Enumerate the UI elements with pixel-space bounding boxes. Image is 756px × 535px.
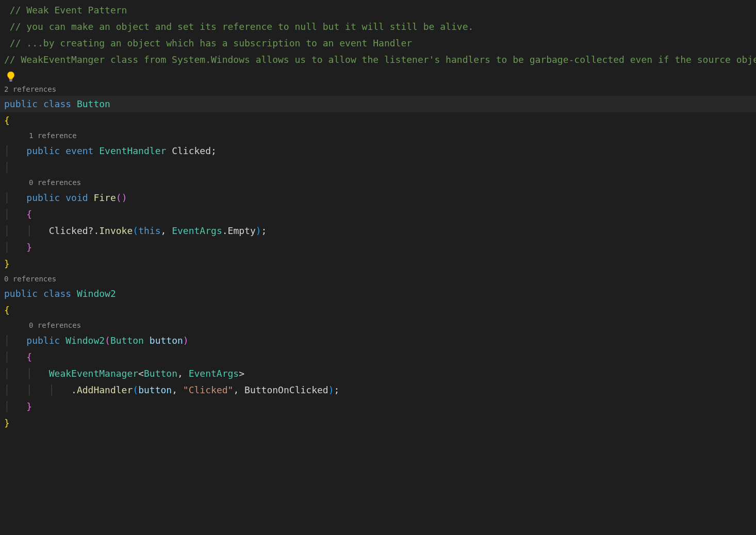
member: Empty [228, 225, 256, 236]
open-brace: { [26, 352, 32, 362]
comment-line: // WeakEventManger class from System.Win… [0, 52, 756, 68]
codelens-references[interactable]: 0 references [0, 319, 756, 332]
close-paren: ) [122, 192, 127, 203]
lightbulb-quickfix[interactable] [0, 68, 756, 82]
close-brace: } [4, 258, 10, 269]
open-brace: { [26, 209, 32, 220]
comment-text: // ...by creating an object which has a … [4, 38, 412, 48]
svg-rect-0 [9, 79, 12, 80]
statement-line: │ │ │ .AddHandler(button, "Clicked", But… [0, 382, 756, 398]
svg-rect-1 [10, 80, 12, 81]
close-paren: ) [183, 335, 189, 346]
method-call: AddHandler [77, 384, 133, 395]
method-call: Invoke [99, 225, 133, 236]
dot: . [222, 225, 228, 236]
keyword-public: public [26, 192, 60, 203]
angle-close: > [239, 368, 244, 379]
open-paren: ( [133, 384, 138, 395]
method-name: Fire [93, 192, 116, 203]
statement-line: │ │ WeakEventManager<Button, EventArgs> [0, 365, 756, 382]
code-editor[interactable]: // Weak Event Pattern // you can make an… [0, 2, 756, 431]
keyword-class: class [43, 288, 71, 299]
statement-line: │ │ Clicked?.Invoke(this, EventArgs.Empt… [0, 223, 756, 239]
brace-line: } [0, 415, 756, 431]
keyword-this: this [138, 225, 160, 236]
keyword-public: public [4, 288, 38, 299]
semicolon: ; [261, 225, 267, 236]
lightbulb-icon [6, 71, 15, 82]
typename: EventArgs [172, 225, 222, 236]
open-brace: { [4, 115, 10, 126]
keyword-class: class [43, 98, 71, 109]
keyword-void: void [65, 192, 88, 203]
classname-window2: Window2 [77, 288, 116, 299]
close-brace: } [4, 417, 10, 428]
keyword-event: event [65, 145, 93, 156]
comma: , [172, 384, 177, 395]
comment-line: // Weak Event Pattern [0, 2, 756, 19]
null-conditional: ?. [88, 225, 100, 236]
comment-text: // you can make an object and set its re… [4, 21, 473, 32]
brace-line: { [0, 112, 756, 129]
close-paren: ) [256, 225, 261, 236]
open-paren: ( [133, 225, 138, 236]
comment-line: // ...by creating an object which has a … [0, 35, 756, 52]
codelens-references[interactable]: 0 references [0, 176, 756, 190]
codelens-references[interactable]: 0 references [0, 272, 756, 286]
open-paren: ( [116, 192, 122, 203]
keyword-public: public [4, 98, 38, 109]
close-paren: ) [328, 384, 334, 395]
arg: button [138, 384, 172, 395]
comma: , [161, 225, 167, 236]
class-declaration: public class Button [0, 96, 756, 112]
blank-line: │ [0, 159, 756, 176]
param-name: button [150, 335, 183, 346]
brace-line: │ { [0, 349, 756, 365]
codelens-references[interactable]: 2 references [0, 82, 756, 96]
method-declaration: │ public void Fire() [0, 190, 756, 206]
brace-line: │ } [0, 398, 756, 415]
string-literal: "Clicked" [183, 384, 234, 395]
comma: , [177, 368, 183, 379]
param-type: Button [110, 335, 144, 346]
event-name: Clicked [172, 145, 211, 156]
close-brace: } [26, 242, 32, 253]
brace-line: │ { [0, 206, 756, 223]
identifier: Clicked [49, 225, 88, 236]
event-declaration: │ public event EventHandler Clicked; [0, 143, 756, 159]
typename: WeakEventManager [49, 368, 138, 379]
typename: EventArgs [189, 368, 239, 379]
comma: , [233, 384, 239, 395]
close-brace: } [26, 401, 32, 412]
brace-line: │ } [0, 239, 756, 256]
classname-button: Button [77, 98, 110, 109]
brace-line: { [0, 302, 756, 319]
constructor-declaration: │ public Window2(Button button) [0, 332, 756, 349]
angle-open: < [138, 368, 144, 379]
keyword-public: public [26, 335, 60, 346]
ctor-name: Window2 [65, 335, 105, 346]
semicolon: ; [334, 384, 340, 395]
brace-line: } [0, 256, 756, 272]
comment-line: // you can make an object and set its re… [0, 19, 756, 35]
typename: Button [144, 368, 177, 379]
open-paren: ( [105, 335, 110, 346]
dot: . [71, 384, 77, 395]
keyword-public: public [26, 145, 60, 156]
class-declaration: public class Window2 [0, 286, 756, 302]
codelens-references[interactable]: 1 reference [0, 129, 756, 143]
comment-text: // WeakEventManger class from System.Win… [4, 54, 756, 65]
open-brace: { [4, 305, 10, 315]
semicolon: ; [211, 145, 217, 156]
comment-text: // Weak Event Pattern [4, 5, 127, 15]
arg: ButtonOnClicked [244, 384, 328, 395]
typename: EventHandler [99, 145, 166, 156]
